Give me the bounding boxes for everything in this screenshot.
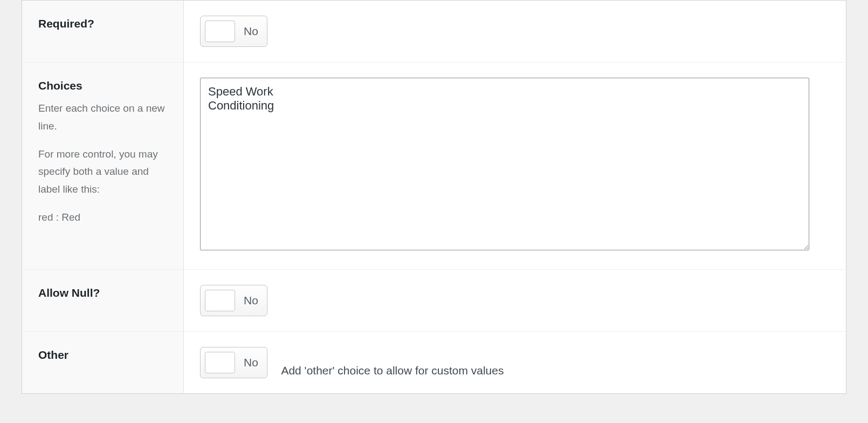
- other-description: Add 'other' choice to allow for custom v…: [281, 363, 504, 378]
- row-required: Required? No: [22, 1, 846, 63]
- choices-desc-line3: red : Red: [38, 209, 167, 226]
- other-toggle-label: No: [244, 354, 258, 370]
- allow-null-label: Allow Null?: [38, 285, 167, 301]
- toggle-knob: [205, 352, 235, 373]
- row-other: Other No Add 'other' choice to allow for…: [22, 332, 846, 394]
- row-allow-null: Allow Null? No: [22, 270, 846, 332]
- allow-null-toggle-label: No: [244, 292, 258, 308]
- required-toggle-label: No: [244, 23, 258, 39]
- toggle-knob: [205, 290, 235, 311]
- other-label: Other: [38, 347, 167, 363]
- other-toggle[interactable]: No: [200, 347, 267, 378]
- choices-desc-line1: Enter each choice on a new line.: [38, 100, 167, 135]
- row-choices: Choices Enter each choice on a new line.…: [22, 63, 846, 270]
- toggle-knob: [205, 21, 235, 42]
- field-settings-table: Required? No Choices Enter each choice o…: [22, 0, 846, 394]
- choices-desc-line2: For more control, you may specify both a…: [38, 146, 167, 198]
- allow-null-toggle[interactable]: No: [200, 285, 267, 316]
- choices-description: Enter each choice on a new line. For mor…: [38, 100, 167, 226]
- choices-textarea[interactable]: [200, 78, 809, 250]
- choices-label: Choices: [38, 78, 167, 93]
- required-toggle[interactable]: No: [200, 16, 267, 47]
- required-label: Required?: [38, 16, 167, 31]
